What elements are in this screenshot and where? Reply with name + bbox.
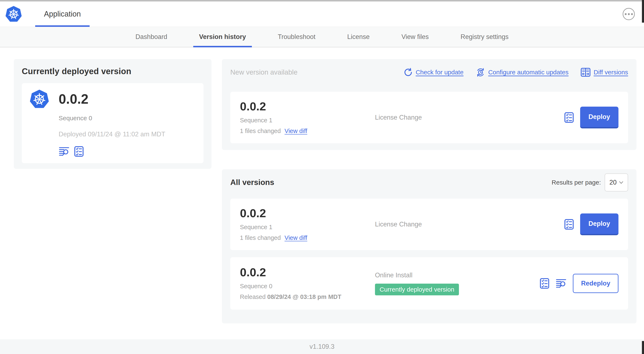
version-row-sequence-1: 0.0.2 Sequence 1 1 files changed View di… [230, 199, 628, 250]
new-version-title: New version available [230, 68, 298, 76]
currently-deployed-title: Currently deployed version [22, 67, 204, 76]
currently-deployed-badge: Currently deployed version [375, 284, 459, 295]
new-version-section: New version available Check for update C… [222, 59, 636, 150]
results-per-page-label: Results per page: [552, 179, 601, 186]
preflight-checks-icon[interactable] [564, 219, 574, 230]
view-diff-link[interactable]: View diff [284, 234, 307, 241]
diff-versions-link[interactable]: Diff versions [580, 68, 628, 77]
version-number: 0.0.2 [240, 207, 375, 219]
released-timestamp: Released 08/29/24 @ 03:18 pm MDT [240, 293, 375, 300]
version-sequence: Sequence 0 [240, 283, 375, 290]
admin-console-version: v1.109.3 [310, 343, 334, 350]
app-title: Application [44, 10, 81, 19]
configure-automatic-updates-link[interactable]: Configure automatic updates [476, 68, 569, 77]
deployed-version-number: 0.0.2 [58, 91, 88, 107]
results-per-page-select[interactable]: 20 [605, 173, 628, 191]
ellipsis-icon [625, 13, 633, 15]
new-version-row: 0.0.2 Sequence 1 1 files changed View di… [230, 92, 628, 143]
results-per-page: Results per page: 20 [552, 173, 628, 191]
view-diff-link[interactable]: View diff [284, 128, 307, 135]
tab-troubleshoot[interactable]: Troubleshoot [272, 27, 321, 47]
all-versions-title: All versions [230, 178, 274, 187]
tab-dashboard[interactable]: Dashboard [130, 27, 173, 47]
tab-license[interactable]: License [342, 27, 376, 47]
version-source: License Change [375, 221, 564, 228]
app-footer: v1.109.3 [0, 339, 644, 354]
check-for-update-link[interactable]: Check for update [404, 68, 463, 77]
version-source: License Change [375, 114, 564, 121]
deployed-timestamp: Deployed 09/11/24 @ 11:02 am MDT [58, 131, 196, 138]
tab-registry-settings[interactable]: Registry settings [455, 27, 514, 47]
diff-icon [580, 68, 590, 77]
app-title-tab[interactable]: Application [35, 2, 90, 27]
view-logs-icon[interactable] [58, 147, 70, 156]
version-actions: Check for update Configure automatic upd… [404, 68, 628, 77]
view-logs-icon[interactable] [556, 279, 566, 288]
kubernetes-logo-icon [29, 89, 50, 110]
version-number: 0.0.2 [240, 266, 375, 278]
scrollbar-fragment-bottom[interactable] [642, 341, 644, 354]
preflight-checks-icon[interactable] [564, 112, 574, 123]
overflow-menu-button[interactable] [623, 8, 635, 20]
files-changed: 1 files changed [240, 128, 281, 135]
version-number: 0.0.2 [240, 101, 375, 112]
version-row-sequence-0: 0.0.2 Sequence 0 Released 08/29/24 @ 03:… [230, 257, 628, 309]
version-source: Online Install [375, 271, 540, 279]
window-top-edge [0, 0, 644, 2]
currently-deployed-panel: Currently deployed version 0.0.2 Sequenc… [14, 59, 212, 169]
tab-version-history[interactable]: Version history [193, 27, 252, 47]
files-changed: 1 files changed [240, 234, 281, 241]
scrollbar-fragment-top[interactable] [642, 0, 644, 23]
deploy-button[interactable]: Deploy [580, 213, 618, 235]
redeploy-button[interactable]: Redeploy [573, 274, 618, 293]
tab-view-files[interactable]: View files [396, 27, 434, 47]
currently-deployed-card: 0.0.2 Sequence 0 Deployed 09/11/24 @ 11:… [22, 83, 204, 163]
chevron-down-icon [619, 181, 623, 184]
preflight-checks-icon[interactable] [540, 278, 549, 289]
refresh-icon [404, 68, 413, 77]
app-header: Application [0, 2, 644, 27]
all-versions-section: All versions Results per page: 20 0.0.2 … [222, 169, 636, 323]
kubernetes-logo-icon [5, 5, 22, 23]
deployed-sequence: Sequence 0 [58, 115, 196, 122]
scheduled-update-icon [476, 68, 485, 77]
main-content: Currently deployed version 0.0.2 Sequenc… [0, 47, 644, 323]
version-sequence: Sequence 1 [240, 224, 375, 231]
preflight-checks-icon[interactable] [74, 146, 84, 157]
version-sequence: Sequence 1 [240, 117, 375, 124]
deploy-button[interactable]: Deploy [580, 107, 618, 128]
section-tabbar: Dashboard Version history Troubleshoot L… [0, 27, 644, 47]
